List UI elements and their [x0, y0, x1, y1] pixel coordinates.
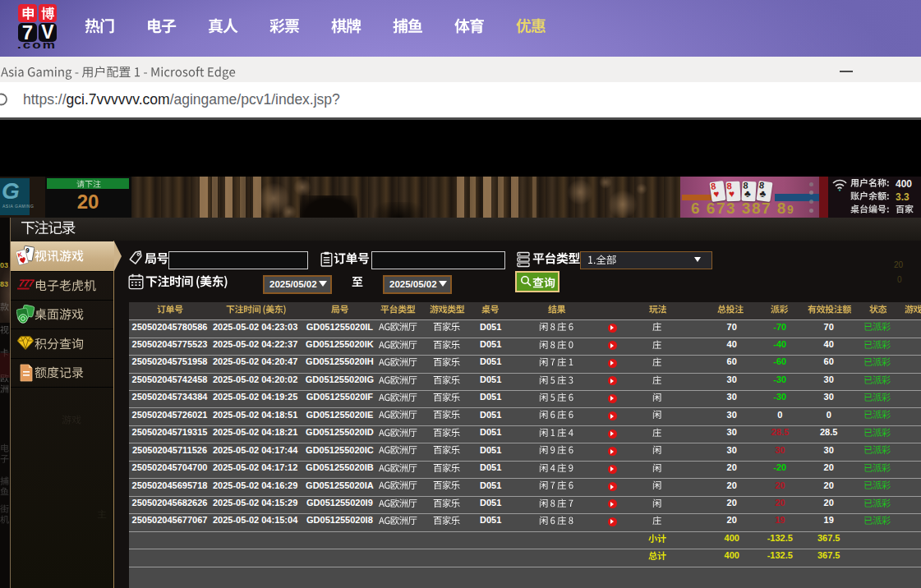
- svg-text:777: 777: [17, 278, 35, 289]
